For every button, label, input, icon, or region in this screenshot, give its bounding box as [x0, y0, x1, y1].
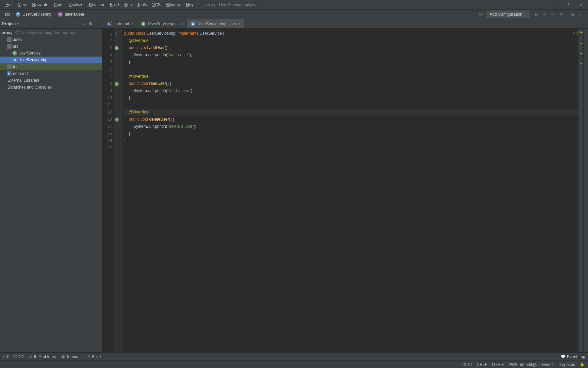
run-configuration-button[interactable]: Add Configuration...	[486, 11, 529, 18]
gutter-mark-row[interactable]	[114, 87, 121, 94]
line-number[interactable]: 5	[102, 59, 112, 66]
build-tool-button[interactable]: ⚒Build	[87, 354, 101, 359]
line-number[interactable]: 11	[102, 102, 112, 109]
menu-vcs[interactable]: VCS	[149, 1, 163, 9]
close-tab-icon[interactable]: ×	[131, 21, 133, 26]
menu-navigate[interactable]: Navigate	[30, 1, 51, 9]
event-log-button[interactable]: 💬Event Log	[561, 354, 585, 359]
warning-indicator[interactable]: ⚠ 1	[572, 31, 578, 35]
line-number[interactable]: 13	[102, 116, 112, 123]
run-icon[interactable]: ▶	[534, 12, 539, 17]
code-line[interactable]: public void addUser() {	[124, 44, 578, 51]
code-line[interactable]: System.out.println("delete a user");	[124, 123, 578, 130]
line-number[interactable]: 10	[102, 94, 112, 102]
next-highlight-icon[interactable]: ˅	[581, 31, 583, 35]
search-everywhere-icon[interactable]: ⌕	[578, 12, 583, 17]
close-button[interactable]: ✕	[578, 2, 584, 7]
override-icon[interactable]: o	[115, 118, 119, 122]
tree-item-note-md[interactable]: Mnote.md	[0, 70, 102, 77]
override-icon[interactable]: o	[115, 46, 119, 50]
fold-icon[interactable]: ⊟	[115, 32, 118, 35]
menu-refactor[interactable]: Refactor	[86, 1, 107, 9]
override-icon[interactable]: o	[115, 82, 119, 86]
select-opened-file-icon[interactable]: ⊙	[76, 21, 80, 26]
gutter-mark-row[interactable]	[114, 123, 121, 130]
menu-code[interactable]: Code	[51, 1, 66, 9]
update-icon[interactable]: ▣	[570, 12, 575, 17]
line-number-gutter[interactable]: 1234567891011121314151617	[102, 29, 114, 352]
gutter-mark-row[interactable]	[114, 37, 121, 44]
coverage-icon[interactable]: ⟳	[551, 12, 555, 17]
aws-status[interactable]: AWS: default@us-west-1	[508, 362, 554, 367]
inspection-stripe[interactable]: ⚠ 1 ˄˅	[578, 29, 583, 352]
menu-help[interactable]: Help	[183, 1, 197, 9]
code-line[interactable]: System.out.println("add a user");	[124, 51, 578, 59]
code-line[interactable]: @Override	[124, 37, 578, 44]
line-number[interactable]: 17	[102, 144, 112, 152]
indent-status[interactable]: 4 spaces	[559, 362, 575, 367]
tree-item-userserviceimpl[interactable]: CUserServiceImpl	[0, 57, 102, 63]
close-tab-icon[interactable]: ×	[181, 21, 183, 26]
gutter-mark-row[interactable]: o	[114, 44, 121, 51]
tab-note-md[interactable]: M↓note.md×	[104, 19, 137, 28]
right-toolwindow-stripe[interactable]	[583, 29, 588, 352]
tree-item-test[interactable]: test	[0, 63, 102, 70]
menu-analyze[interactable]: Analyze	[66, 1, 86, 9]
settings-icon[interactable]: ⚙	[89, 21, 93, 26]
code-content[interactable]: public class UserServiceImpl implements …	[121, 29, 578, 352]
code-editor[interactable]: 1234567891011121314151617 ⊟ooo public cl…	[102, 29, 588, 352]
close-tab-icon[interactable]: ×	[238, 21, 240, 26]
line-number[interactable]: 6	[102, 66, 112, 73]
gutter-mark-row[interactable]	[114, 137, 121, 144]
expand-all-icon[interactable]: ≡	[83, 21, 85, 26]
gutter-mark-row[interactable]	[114, 59, 121, 66]
gutter-mark-row[interactable]: ⊟	[114, 30, 121, 37]
code-line[interactable]: }	[124, 130, 578, 137]
gutter-mark-row[interactable]: o	[114, 80, 121, 87]
code-line[interactable]: public void readUser() {	[124, 80, 578, 87]
marker-gutter[interactable]: ⊟ooo	[114, 29, 121, 352]
chevron-down-icon[interactable]: ▼	[17, 22, 20, 26]
project-view-selector[interactable]: Project	[2, 21, 16, 26]
line-separator[interactable]: CRLF	[477, 362, 487, 367]
tree-item-src[interactable]: src	[0, 43, 102, 50]
build-icon[interactable]: ⚒	[479, 12, 483, 17]
terminal-tool-button[interactable]: ▣Terminal	[61, 354, 81, 359]
tab-userserviceimpl-java[interactable]: CUserServiceImpl.java×	[187, 19, 244, 28]
code-line[interactable]: public void deleteUser() {	[124, 116, 578, 123]
gutter-mark-row[interactable]	[114, 94, 121, 102]
gutter-mark-row[interactable]	[114, 66, 121, 73]
tree-item-scratches-and-consoles[interactable]: Scratches and Consoles	[0, 84, 102, 91]
tab-userservice-java[interactable]: IUserService.java×	[137, 19, 187, 28]
tree-item-external-libraries[interactable]: External Libraries	[0, 77, 102, 84]
gutter-mark-row[interactable]	[114, 109, 121, 116]
breadcrumb-method[interactable]: deleteUser	[65, 12, 84, 17]
code-line[interactable]	[124, 144, 578, 152]
code-line[interactable]: System.out.println("read a user");	[124, 87, 578, 94]
tree-item--idea[interactable]: .idea	[0, 36, 102, 43]
code-line[interactable]: }	[124, 94, 578, 102]
line-number[interactable]: 14	[102, 123, 112, 130]
debug-icon[interactable]: ❉	[542, 12, 547, 17]
todo-tool-button[interactable]: ✔6: TODO	[3, 354, 23, 359]
code-line[interactable]: }	[124, 137, 578, 144]
gutter-mark-row[interactable]: o	[114, 116, 121, 123]
code-line[interactable]	[124, 102, 578, 109]
stop-icon[interactable]: ■	[559, 12, 564, 17]
line-number[interactable]: 12	[102, 109, 112, 116]
gutter-mark-row[interactable]	[114, 130, 121, 137]
line-number[interactable]: 1	[102, 30, 112, 37]
menu-window[interactable]: Window	[163, 1, 183, 9]
breadcrumb-src[interactable]: src	[5, 12, 10, 17]
line-number[interactable]: 16	[102, 137, 112, 144]
line-number[interactable]: 2	[102, 37, 112, 44]
line-number[interactable]: 3	[102, 44, 112, 51]
code-line[interactable]: @Override	[124, 73, 578, 80]
encoding[interactable]: UTF-8	[492, 362, 504, 367]
gutter-mark-row[interactable]	[114, 73, 121, 80]
menu-view[interactable]: View	[15, 1, 30, 9]
line-number[interactable]: 4	[102, 51, 112, 59]
menu-run[interactable]: Run	[121, 1, 134, 9]
code-line[interactable]: }	[124, 59, 578, 66]
gutter-mark-row[interactable]	[114, 102, 121, 109]
